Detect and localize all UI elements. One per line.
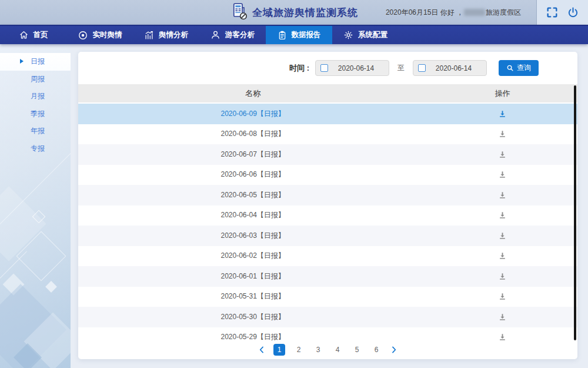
sidebar-item-weekly-report[interactable]: 周报 [0, 71, 71, 88]
sidebar-pattern-shape [0, 251, 27, 314]
download-icon[interactable] [498, 272, 507, 281]
page-button-4[interactable]: 4 [332, 344, 343, 356]
nav-item-system-config[interactable]: 系统配置 [332, 26, 399, 44]
report-name: 2020-06-06【日报】 [78, 170, 427, 180]
table-row[interactable]: 2020-05-30【日报】 [78, 307, 577, 327]
report-name: 2020-06-05【日报】 [78, 190, 427, 200]
table-row[interactable]: 2020-05-29【日报】 [78, 327, 577, 341]
nav-item-home[interactable]: 首页 [0, 26, 66, 44]
page-button-6[interactable]: 6 [370, 344, 382, 356]
system-icons [536, 0, 588, 25]
table-header: 名称 操作 [78, 84, 577, 104]
report-card: 时间 : 2020-06-14 至 2020-06-14 查询 [78, 52, 577, 359]
sidebar-item-daily-report[interactable]: 日报 [0, 53, 71, 71]
download-icon[interactable] [498, 130, 507, 138]
report-name: 2020-05-31【日报】 [78, 291, 427, 301]
sidebar-pattern-shape [0, 186, 46, 261]
report-sidebar: 日报 周报 月报 季报 年报 专报 [0, 44, 71, 368]
sidebar-item-quarterly-report[interactable]: 季报 [0, 105, 71, 123]
report-name: 2020-06-03【日报】 [78, 231, 427, 241]
download-icon[interactable] [498, 292, 507, 301]
nav-item-visitor-analysis[interactable]: 游客分析 [199, 26, 266, 44]
sidebar-item-monthly-report[interactable]: 月报 [0, 88, 71, 105]
download-icon[interactable] [498, 251, 507, 260]
report-name: 2020-06-08【日报】 [78, 129, 427, 139]
sidebar-label: 月报 [31, 92, 45, 100]
sidebar-label: 专报 [31, 144, 45, 152]
row-operation-cell [427, 251, 577, 260]
table-row[interactable]: 2020-06-09【日报】 [78, 104, 577, 124]
row-operation-cell [427, 313, 577, 321]
sidebar-item-special-report[interactable]: 专报 [0, 140, 71, 158]
row-operation-cell [427, 191, 577, 200]
sidebar-pattern-shape [3, 274, 25, 296]
table-row[interactable]: 2020-06-08【日报】 [78, 124, 577, 145]
nav-label: 实时舆情 [93, 30, 122, 40]
page-button-1[interactable]: 1 [273, 344, 285, 356]
eye-icon [78, 30, 88, 41]
download-icon[interactable] [498, 313, 507, 321]
vertical-scrollbar-thumb[interactable] [574, 85, 576, 340]
power-icon[interactable] [567, 6, 579, 19]
query-button-label: 查询 [517, 63, 531, 73]
nav-item-data-report[interactable]: 数据报告 [266, 26, 332, 44]
report-name: 2020-06-09【日报】 [78, 109, 427, 119]
table-row[interactable]: 2020-05-31【日报】 [78, 287, 577, 307]
calendar-box-icon [320, 64, 328, 72]
app-title: 全域旅游舆情监测系统 [252, 6, 358, 19]
user-greeting: 2020年06月15日 你好 ， 旅游度假区 [386, 8, 521, 18]
sidebar-pattern-shape [16, 231, 66, 281]
clipboard-icon [278, 31, 287, 40]
nav-label: 系统配置 [358, 30, 387, 40]
download-icon[interactable] [498, 110, 507, 118]
gear-icon [343, 30, 353, 40]
document-search-logo-icon [230, 2, 248, 23]
date-range-to-label: 至 [397, 63, 405, 73]
download-icon[interactable] [498, 231, 507, 240]
page-button-3[interactable]: 3 [312, 344, 324, 356]
start-date-input[interactable]: 2020-06-14 [315, 60, 389, 76]
download-icon[interactable] [498, 333, 507, 340]
table-row[interactable]: 2020-06-04【日报】 [78, 205, 577, 226]
prev-page-button[interactable] [258, 346, 266, 354]
search-icon [506, 64, 514, 72]
query-button[interactable]: 查询 [499, 60, 539, 76]
home-icon [19, 30, 29, 40]
table-row[interactable]: 2020-06-06【日报】 [78, 165, 577, 185]
download-icon[interactable] [498, 191, 507, 200]
report-name: 2020-06-07【日报】 [78, 150, 427, 160]
table-body: 2020-06-09【日报】 2020-06-08【日报】 2020-06-07… [78, 104, 577, 340]
row-operation-cell [427, 211, 577, 220]
nav-label: 舆情分析 [159, 30, 188, 40]
table-row[interactable]: 2020-06-02【日报】 [78, 246, 577, 267]
report-name: 2020-06-02【日报】 [78, 251, 427, 261]
sidebar-pattern-shape [24, 313, 71, 368]
sidebar-item-annual-report[interactable]: 年报 [0, 122, 71, 140]
end-date-value: 2020-06-14 [426, 64, 482, 72]
time-filter-label: 时间 : [289, 63, 309, 74]
bar-chart-icon [144, 30, 154, 40]
page-button-5[interactable]: 5 [351, 344, 363, 356]
download-icon[interactable] [498, 150, 507, 159]
sidebar-label: 季报 [31, 110, 45, 118]
table-row[interactable]: 2020-06-05【日报】 [78, 185, 577, 205]
fullscreen-icon[interactable] [546, 6, 559, 19]
nav-item-realtime-opinion[interactable]: 实时舆情 [66, 26, 133, 44]
column-header-operation: 操作 [427, 88, 577, 99]
row-operation-cell [427, 272, 577, 281]
download-icon[interactable] [498, 211, 507, 220]
row-operation-cell [427, 333, 577, 340]
table-row[interactable]: 2020-06-07【日报】 [78, 144, 577, 165]
table-row[interactable]: 2020-06-01【日报】 [78, 266, 577, 287]
download-icon[interactable] [498, 170, 507, 179]
table-row[interactable]: 2020-06-03【日报】 [78, 226, 577, 246]
sidebar-pattern-shape [14, 343, 42, 368]
row-operation-cell [427, 170, 577, 179]
page-number-list: 123456 [273, 344, 382, 356]
org-suffix-text: 旅游度假区 [486, 8, 521, 18]
next-page-button[interactable] [390, 346, 398, 354]
end-date-input[interactable]: 2020-06-14 [413, 60, 487, 76]
page-button-2[interactable]: 2 [293, 344, 305, 356]
sidebar-label: 日报 [31, 57, 45, 65]
nav-item-opinion-analysis[interactable]: 舆情分析 [133, 26, 199, 44]
